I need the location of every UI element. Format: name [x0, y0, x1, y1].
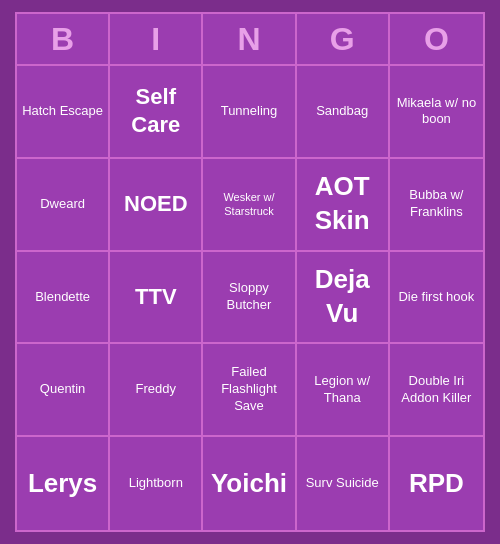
- bingo-cell-5: Dweard: [17, 159, 110, 252]
- bingo-cell-16: Freddy: [110, 344, 203, 437]
- bingo-cell-4: Mikaela w/ no boon: [390, 66, 483, 159]
- bingo-grid: Hatch EscapeSelf CareTunnelingSandbagMik…: [17, 66, 483, 530]
- bingo-letter-i: I: [110, 14, 203, 64]
- bingo-cell-20: Lerys: [17, 437, 110, 530]
- bingo-cell-19: Double Iri Addon Killer: [390, 344, 483, 437]
- bingo-cell-13: Deja Vu: [297, 252, 390, 345]
- bingo-cell-22: Yoichi: [203, 437, 296, 530]
- bingo-cell-3: Sandbag: [297, 66, 390, 159]
- bingo-cell-12: Sloppy Butcher: [203, 252, 296, 345]
- bingo-cell-6: NOED: [110, 159, 203, 252]
- bingo-cell-9: Bubba w/ Franklins: [390, 159, 483, 252]
- bingo-cell-23: Surv Suicide: [297, 437, 390, 530]
- bingo-cell-0: Hatch Escape: [17, 66, 110, 159]
- bingo-cell-21: Lightborn: [110, 437, 203, 530]
- bingo-letter-g: G: [297, 14, 390, 64]
- bingo-cell-17: Failed Flashlight Save: [203, 344, 296, 437]
- bingo-cell-18: Legion w/ Thana: [297, 344, 390, 437]
- bingo-cell-2: Tunneling: [203, 66, 296, 159]
- bingo-letter-n: N: [203, 14, 296, 64]
- bingo-cell-10: Blendette: [17, 252, 110, 345]
- bingo-letter-b: B: [17, 14, 110, 64]
- bingo-cell-24: RPD: [390, 437, 483, 530]
- bingo-letter-o: O: [390, 14, 483, 64]
- bingo-cell-14: Die first hook: [390, 252, 483, 345]
- bingo-cell-7: Wesker w/ Starstruck: [203, 159, 296, 252]
- bingo-cell-11: TTV: [110, 252, 203, 345]
- bingo-cell-8: AOT Skin: [297, 159, 390, 252]
- bingo-header: BINGO: [17, 14, 483, 66]
- bingo-card: BINGO Hatch EscapeSelf CareTunnelingSand…: [15, 12, 485, 532]
- bingo-cell-15: Quentin: [17, 344, 110, 437]
- bingo-cell-1: Self Care: [110, 66, 203, 159]
